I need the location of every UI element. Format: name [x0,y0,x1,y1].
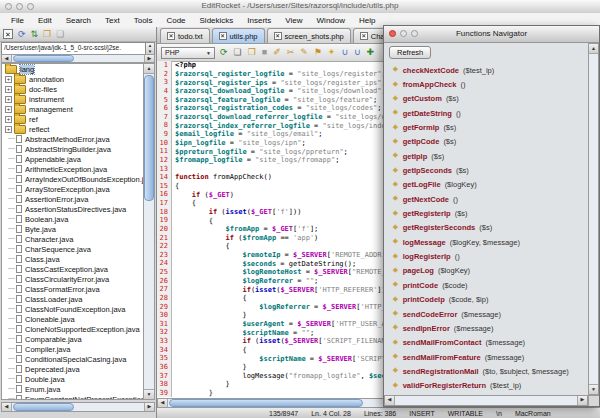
close-tab-icon[interactable]: ✕ [274,32,282,40]
refresh-button[interactable]: Refresh [389,46,431,59]
tree-file-item[interactable]: AssertionError.java [2,194,143,204]
tree-file-item[interactable]: ArrayStoreException.java [2,184,143,194]
menu-edit[interactable]: Edit [31,16,59,25]
scrollbar-thumb[interactable] [144,75,154,201]
tree-file-item[interactable]: CloneNotSupportedException.java [2,324,143,334]
tree-file-item[interactable]: Comparable.java [2,334,143,344]
tree-file-item[interactable]: Appendable.java [2,154,143,164]
menu-file[interactable]: File [4,16,31,25]
function-list-item[interactable]: ✦validForRegisterReturn ($test_ip) [385,379,587,393]
file-tree[interactable]: lang+annotation+doc-files+instrument+man… [1,63,143,400]
flag-icon[interactable]: ⚑ [314,48,322,57]
tree-folder-item[interactable]: +instrument [2,94,143,104]
navigator-vscrollbar[interactable]: ▲ ▼ [588,43,599,395]
tree-file-item[interactable]: Byte.java [2,224,143,234]
expand-icon[interactable]: + [5,106,12,113]
menu-search[interactable]: Search [59,16,98,25]
tree-file-item[interactable]: Double.java [2,374,143,384]
menu-sidekicks[interactable]: Sidekicks [193,16,241,25]
close-window-icon[interactable] [5,3,12,10]
tab-screen-shots-php[interactable]: ✕screen_shots.php [267,28,351,43]
scroll-up-icon[interactable]: ▲ [589,44,598,54]
save-icon[interactable]: ■ [262,48,267,57]
function-list-item[interactable]: ✦getRegisterSeconds($s) [385,221,587,235]
tree-file-item[interactable]: ArrayIndexOutOfBoundsException.java [2,174,143,184]
tree-folder-item[interactable]: +annotation [2,74,143,84]
tree-file-item[interactable]: ConditionalSpecialCasing.java [2,354,143,364]
tree-file-item[interactable]: ClassNotFoundException.java [2,304,143,314]
function-list-item[interactable]: ✦logMessage ($logKey, $message) [385,235,587,249]
tree-file-item[interactable]: ClassLoader.java [2,294,143,304]
function-list-item[interactable]: ✦printCodeIp ($code, $ip) [385,293,587,307]
function-list-item[interactable]: ✦getLogFile($logKey) [385,178,587,192]
tree-file-item[interactable]: Class.java [2,254,143,264]
tree-file-item[interactable]: Character.java [2,234,143,244]
tree-file-item[interactable]: ClassCastException.java [2,264,143,274]
minimize-window-icon[interactable] [16,3,23,10]
menu-tools[interactable]: Tools [127,16,160,25]
navigator-title-bar[interactable]: Functions Navigator [384,26,599,43]
tab-todo-txt[interactable]: ✕todo.txt [160,28,210,43]
tree-file-item[interactable]: EnumConstantNotPresentException.java [2,394,143,400]
tree-vscrollbar[interactable]: ▲ ▼ [143,63,155,400]
sparkle-icon[interactable]: ✦ [328,48,336,57]
expand-icon[interactable]: + [5,96,12,103]
function-list-item[interactable]: ✦sendIpnError ($message) [385,321,587,335]
expand-icon[interactable]: + [5,116,12,123]
refresh-icon[interactable]: ⟳ [220,48,228,57]
tab-utils-php[interactable]: ✕utils.php [212,28,265,43]
close-window-icon[interactable] [389,30,396,37]
scroll-left-icon[interactable]: ◀ [158,399,168,407]
new-file-icon[interactable]: ❏ [56,30,64,39]
function-list-item[interactable]: ✦getNextCode() [385,192,587,206]
language-select[interactable]: PHP ▼ [161,47,215,59]
scroll-down-icon[interactable]: ▼ [144,389,154,399]
pencil-icon[interactable]: ✎ [300,48,308,57]
scroll-left-icon[interactable]: ◀ [2,55,12,62]
function-list-item[interactable]: ✦getRegisterIp($s) [385,206,587,220]
tree-hscrollbar-bottom[interactable]: ◀ ▶ [1,402,155,412]
tree-file-item[interactable]: Deprecated.java [2,364,143,374]
tree-file-item[interactable]: AssertionStatusDirectives.java [2,204,143,214]
tree-file-item[interactable]: Compiler.java [2,344,143,354]
function-list-item[interactable]: ✦printCode ($code) [385,278,587,292]
function-list-item[interactable]: ✦sendRegistrationMail ($to, $subject, $m… [385,364,587,378]
function-list-item[interactable]: ✦getIpSeconds($s) [385,163,587,177]
paren-icon[interactable]: ∪ [354,48,361,57]
tree-file-item[interactable]: ClassFormatError.java [2,284,143,294]
function-list-item[interactable]: ✦fromAppCheck() [385,77,587,91]
close-tab-icon[interactable]: ✕ [360,32,368,40]
scroll-right-icon[interactable]: ▶ [144,403,154,411]
expand-icon[interactable]: + [5,86,12,93]
minimize-window-icon[interactable] [400,30,407,37]
scrollbar-thumb[interactable] [169,399,363,407]
insert-icon[interactable]: ✚ [367,48,375,57]
menu-help[interactable]: Help [352,16,382,25]
new-folder-icon[interactable]: ❐ [43,30,51,39]
tree-file-item[interactable]: AbstractStringBuilder.java [2,144,143,154]
brace-icon[interactable]: ∪ [341,48,348,57]
cut-icon[interactable]: ✂ [287,48,295,57]
tree-file-item[interactable]: ClassCircularityError.java [2,274,143,284]
function-list-item[interactable]: ✦getIpIp($s) [385,149,587,163]
navigator-hscrollbar[interactable]: ◀ ▶ [384,395,588,406]
menu-window[interactable]: Window [310,16,352,25]
scroll-right-icon[interactable]: ▶ [577,396,587,405]
refresh-icon[interactable]: ⟳ [18,30,26,39]
menu-code[interactable]: Code [159,16,192,25]
tree-folder-item[interactable]: +management [2,104,143,114]
tree-folder-item[interactable]: +doc-files [2,84,143,94]
tree-file-item[interactable]: AbstractMethodError.java [2,134,143,144]
function-list-item[interactable]: ✦sendMailFromFeature ($message) [385,350,587,364]
tree-folder-item[interactable]: +reflect [2,124,143,134]
scroll-right-icon[interactable]: ▶ [144,55,154,62]
scroll-down-icon[interactable]: ▼ [589,384,598,394]
zoom-window-icon[interactable] [27,3,34,10]
function-list-item[interactable]: ✦sendCodeError ($message) [385,307,587,321]
scroll-left-icon[interactable]: ◀ [2,403,12,411]
close-tab-icon[interactable]: ✕ [219,32,227,40]
expand-icon[interactable]: + [5,76,12,83]
scrollbar-thumb[interactable] [13,403,74,411]
menu-inserts[interactable]: Inserts [240,16,278,25]
close-panel-icon[interactable]: ✕ [3,29,13,39]
